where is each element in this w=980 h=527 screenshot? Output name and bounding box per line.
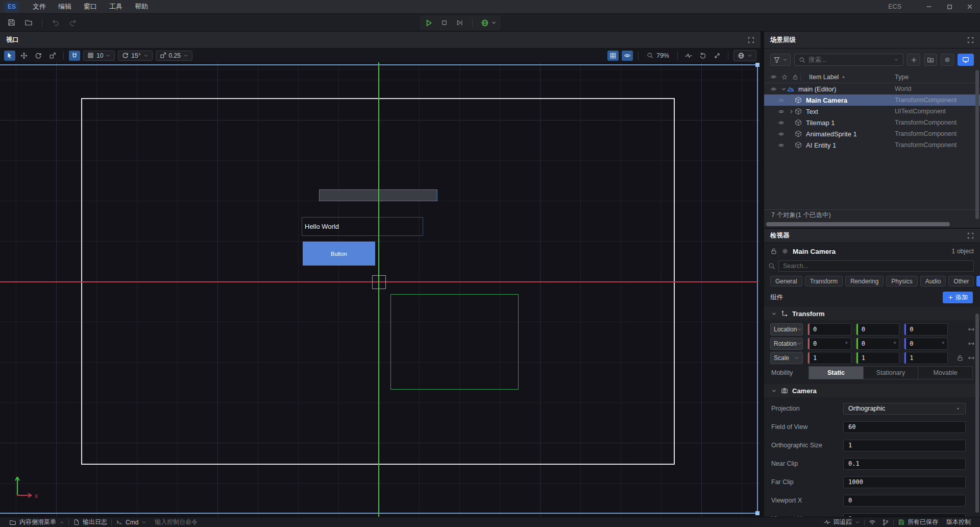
tree-row-ai-entity[interactable]: AI Entity 1 TransformComponent [764, 139, 980, 151]
zoom-control[interactable]: 79% [644, 52, 672, 59]
viewport-x-field[interactable]: 0 [843, 495, 966, 507]
tree-row-main-camera[interactable]: Main Camera TransformComponent [764, 94, 980, 106]
lock-icon[interactable] [770, 248, 777, 255]
mobility-static[interactable]: Static [809, 367, 864, 379]
eye-icon[interactable] [770, 86, 777, 92]
display-mode-button[interactable] [958, 54, 974, 66]
gear-icon[interactable] [781, 248, 789, 255]
eye-icon[interactable] [778, 119, 785, 126]
fit-view-button[interactable] [712, 51, 723, 61]
tab-transform[interactable]: Transform [805, 276, 843, 286]
chevron-right-icon[interactable] [789, 109, 794, 114]
console-input[interactable]: 输入控制台命令 [151, 518, 263, 526]
rotation-dropdown[interactable]: Rotation [770, 338, 803, 350]
tree-row-world[interactable]: main (Editor) World [764, 83, 980, 94]
view-mode-dropdown[interactable] [733, 50, 756, 61]
minimize-button[interactable] [919, 0, 939, 13]
camera-section-header[interactable]: Camera [764, 384, 980, 397]
grid-snap-dropdown[interactable]: 10 [83, 51, 115, 61]
camera-bounds-handle[interactable] [755, 63, 760, 67]
cmd-dropdown[interactable]: Cmd [112, 519, 151, 526]
ui-text-element[interactable]: Hello World [302, 217, 423, 236]
inspector-vscrollbar[interactable] [975, 314, 979, 513]
rotation-snap-dropdown[interactable]: 15° [118, 51, 152, 61]
menu-edit[interactable]: 编辑 [52, 0, 78, 13]
tab-general[interactable]: General [770, 276, 802, 286]
version-control-button[interactable]: 版本控制 [942, 518, 975, 526]
eye-icon[interactable] [778, 108, 785, 115]
eye-icon[interactable] [778, 142, 785, 149]
rotation-x-field[interactable]: 0° [807, 338, 851, 350]
show-grid-button[interactable] [607, 51, 619, 61]
field-of-view-field[interactable]: 60 [843, 421, 966, 433]
viewport-y-field[interactable]: 0 [843, 513, 966, 517]
hierarchy-hscrollbar[interactable] [764, 221, 980, 228]
tab-other[interactable]: Other [948, 276, 974, 286]
tab-rendering[interactable]: Rendering [845, 276, 884, 286]
tree-row-text[interactable]: Text UITextComponent [764, 106, 980, 117]
save-status[interactable]: 所有已保存 [894, 518, 942, 526]
eye-icon[interactable] [778, 97, 785, 104]
undo-button[interactable] [50, 16, 62, 29]
link-axes-icon[interactable] [968, 340, 975, 347]
rotation-y-field[interactable]: 0° [856, 338, 900, 350]
step-button[interactable] [455, 17, 464, 29]
visibility-button[interactable] [622, 51, 633, 61]
transform-section-header[interactable]: Transform [764, 307, 980, 320]
scene-canvas[interactable]: Hello World Button x [0, 62, 761, 517]
stop-button[interactable] [439, 17, 449, 29]
rotation-z-field[interactable]: 0° [904, 338, 948, 350]
content-drawer-button[interactable]: 内容侧滑菜单 [5, 518, 68, 526]
scale-x-field[interactable]: 1 [807, 352, 851, 364]
hierarchy-settings-button[interactable] [941, 54, 954, 66]
mobility-movable[interactable]: Movable [918, 367, 972, 379]
open-button[interactable] [22, 16, 35, 29]
play-button[interactable] [424, 17, 433, 29]
ui-button-element[interactable]: Button [303, 242, 375, 266]
eye-icon[interactable] [778, 131, 785, 137]
expand-panel-icon[interactable] [748, 37, 754, 43]
scale-snap-dropdown[interactable]: 0.25 [156, 51, 192, 61]
near-clip-field[interactable]: 0.1 [843, 458, 966, 470]
network-status[interactable] [865, 519, 893, 526]
save-button[interactable] [5, 16, 17, 29]
redo-button[interactable] [67, 16, 79, 29]
rotate-tool-button[interactable] [33, 51, 44, 61]
add-component-button[interactable]: 添加 [943, 292, 973, 303]
eye-column-icon[interactable] [770, 74, 777, 80]
location-x-field[interactable]: 0 [807, 323, 851, 336]
select-tool-button[interactable] [4, 51, 15, 61]
expand-panel-icon[interactable] [967, 37, 974, 43]
hierarchy-search[interactable] [794, 54, 903, 66]
mobility-stationary[interactable]: Stationary [864, 367, 918, 379]
chevron-down-icon[interactable] [781, 86, 787, 92]
scale-dropdown[interactable]: Scale [770, 352, 803, 364]
star-column-icon[interactable] [781, 74, 788, 80]
scale-y-field[interactable]: 1 [856, 352, 900, 364]
add-entity-button[interactable] [907, 54, 920, 66]
lock-column-icon[interactable] [792, 74, 798, 80]
maximize-button[interactable] [939, 0, 960, 13]
inspector-search-input[interactable] [783, 262, 969, 270]
scale-tool-button[interactable] [47, 51, 58, 61]
hierarchy-search-input[interactable] [808, 56, 891, 63]
output-log-button[interactable]: 输出日志 [69, 518, 111, 526]
snap-toggle-button[interactable] [69, 51, 80, 61]
menu-file[interactable]: 文件 [27, 0, 52, 13]
scrollbar-thumb[interactable] [766, 222, 950, 226]
orthographic-size-field[interactable]: 1 [843, 440, 966, 451]
location-z-field[interactable]: 0 [904, 323, 948, 336]
move-tool-button[interactable] [18, 51, 30, 61]
camera-bounds-handle[interactable] [755, 511, 760, 515]
uniform-scale-lock-icon[interactable] [957, 354, 964, 362]
close-button[interactable] [960, 0, 980, 13]
link-axes-icon[interactable] [968, 326, 975, 333]
entity-bounds-rect[interactable] [390, 294, 519, 390]
location-y-field[interactable]: 0 [856, 323, 900, 336]
world-mode-dropdown[interactable] [481, 19, 497, 27]
filter-dropdown[interactable] [770, 54, 791, 66]
add-folder-button[interactable] [924, 54, 937, 66]
location-dropdown[interactable]: Location [770, 323, 803, 336]
scale-z-field[interactable]: 1 [904, 352, 948, 364]
app-logo[interactable]: ES [4, 2, 19, 12]
